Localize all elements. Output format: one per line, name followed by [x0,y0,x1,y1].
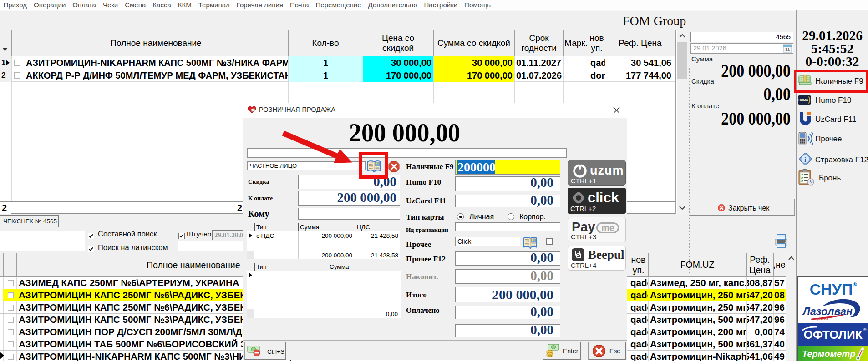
svg-text:®: ® [863,327,867,332]
svg-text:i: i [804,156,806,163]
svg-text:ОФТОЛИК: ОФТОЛИК [803,328,862,341]
svg-text:HUMO: HUMO [798,99,808,102]
svg-text:31: 31 [785,47,790,52]
svg-text:Лазолван: Лазолван [802,306,853,317]
svg-text:амброксол: амброксол [811,317,828,321]
svg-text:®: ® [853,304,856,308]
